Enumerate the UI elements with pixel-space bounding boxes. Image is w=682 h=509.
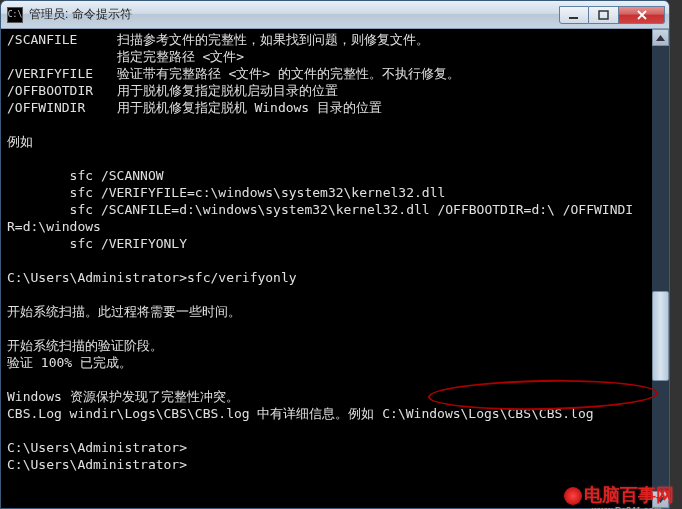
console-line: C:\Users\Administrator> [7, 439, 667, 456]
console-line: sfc /SCANNOW [7, 167, 667, 184]
console-line [7, 252, 667, 269]
scroll-track[interactable] [652, 46, 669, 491]
console-line: CBS.Log windir\Logs\CBS\CBS.log 中有详细信息。例… [7, 405, 667, 422]
app-icon: C:\ [7, 7, 23, 23]
close-button[interactable] [619, 6, 665, 24]
console-line: 开始系统扫描的验证阶段。 [7, 337, 667, 354]
console-line [7, 286, 667, 303]
close-icon [636, 10, 648, 20]
vertical-scrollbar [652, 29, 669, 508]
console-line: /OFFWINDIR 用于脱机修复指定脱机 Windows 目录的位置 [7, 99, 667, 116]
svg-rect-0 [569, 17, 578, 19]
scroll-up-button[interactable] [652, 29, 669, 46]
chevron-up-icon [656, 35, 665, 41]
minimize-icon [568, 10, 580, 20]
console-line: 例如 [7, 133, 667, 150]
console-output: /SCANFILE 扫描参考文件的完整性，如果找到问题，则修复文件。 指定完整路… [7, 31, 667, 473]
svg-rect-1 [599, 11, 608, 19]
console-line: Windows 资源保护发现了完整性冲突。 [7, 388, 667, 405]
console-line: 验证 100% 已完成。 [7, 354, 667, 371]
console-line: 开始系统扫描。此过程将需要一些时间。 [7, 303, 667, 320]
console-line: sfc /SCANFILE=d:\windows\system32\kernel… [7, 201, 667, 218]
console-line: sfc /VERIFYFILE=c:\windows\system32\kern… [7, 184, 667, 201]
watermark-text: 电脑百事网 [584, 485, 674, 505]
console-line: sfc /VERIFYONLY [7, 235, 667, 252]
console-line [7, 150, 667, 167]
scroll-thumb[interactable] [652, 291, 669, 381]
console-line: 指定完整路径 <文件> [7, 48, 667, 65]
command-prompt-window: C:\ 管理员: 命令提示符 /SCANFILE 扫描参考文件的完整性，如果找到… [0, 0, 670, 509]
window-controls [559, 6, 665, 24]
console-line: R=d:\windows [7, 218, 667, 235]
watermark-logo-icon [564, 487, 582, 505]
console-line: C:\Users\Administrator>sfc/verifyonly [7, 269, 667, 286]
console-line [7, 116, 667, 133]
minimize-button[interactable] [559, 6, 589, 24]
maximize-icon [598, 10, 610, 20]
maximize-button[interactable] [589, 6, 619, 24]
console-area[interactable]: /SCANFILE 扫描参考文件的完整性，如果找到问题，则修复文件。 指定完整路… [1, 29, 669, 508]
console-line: /VERIFYFILE 验证带有完整路径 <文件> 的文件的完整性。不执行修复。 [7, 65, 667, 82]
console-line: C:\Users\Administrator> [7, 456, 667, 473]
titlebar[interactable]: C:\ 管理员: 命令提示符 [1, 1, 669, 29]
watermark: 电脑百事网 www.Pc841.com [564, 483, 674, 507]
watermark-url: www.Pc841.com [592, 505, 662, 509]
console-line [7, 422, 667, 439]
console-line: /SCANFILE 扫描参考文件的完整性，如果找到问题，则修复文件。 [7, 31, 667, 48]
console-line [7, 371, 667, 388]
window-title: 管理员: 命令提示符 [29, 6, 559, 23]
console-line [7, 320, 667, 337]
console-line: /OFFBOOTDIR 用于脱机修复指定脱机启动目录的位置 [7, 82, 667, 99]
